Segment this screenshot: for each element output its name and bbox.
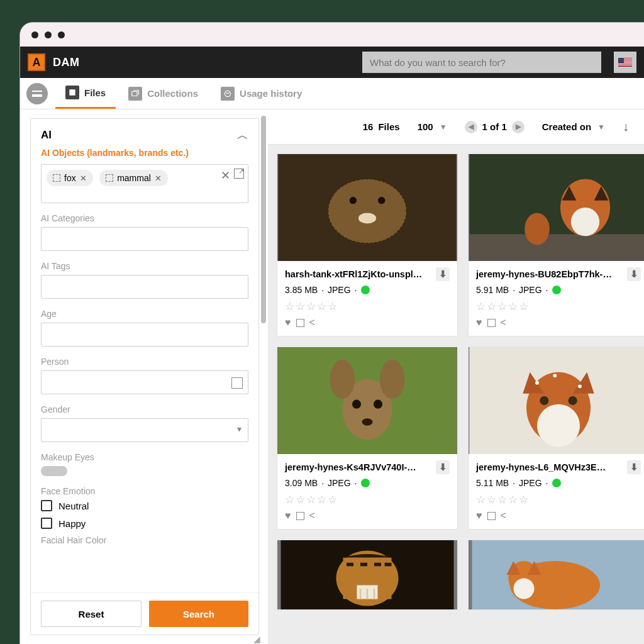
- share-button[interactable]: <: [309, 317, 315, 328]
- select-button[interactable]: [296, 319, 304, 327]
- svg-point-20: [362, 418, 373, 425]
- file-thumbnail: [277, 540, 457, 609]
- download-button[interactable]: ⬇: [627, 267, 641, 281]
- menu-button[interactable]: [26, 83, 48, 104]
- svg-point-28: [535, 381, 539, 385]
- file-name: harsh-tank-xtFRl1ZjKto-unspl…: [285, 269, 422, 279]
- download-button[interactable]: ⬇: [436, 460, 450, 474]
- svg-point-5: [378, 197, 385, 204]
- rating-stars[interactable]: ☆☆☆☆☆: [476, 493, 641, 506]
- rating-stars[interactable]: ☆☆☆☆☆: [476, 300, 641, 313]
- favorite-button[interactable]: ♥: [476, 510, 482, 521]
- checkbox-icon: [41, 518, 52, 529]
- tab-collections[interactable]: Collections: [118, 78, 208, 109]
- global-search-input[interactable]: [362, 52, 601, 73]
- expand-icon[interactable]: [234, 169, 244, 179]
- next-page-button[interactable]: ▶: [512, 121, 525, 133]
- filter-chip-fox[interactable]: fox ✕: [47, 170, 93, 186]
- window-dot[interactable]: [58, 31, 65, 38]
- file-thumbnail: [469, 347, 644, 454]
- image-icon: [65, 86, 79, 99]
- file-thumbnail: [277, 154, 457, 261]
- status-dot-icon: [552, 286, 561, 294]
- prev-page-button[interactable]: ◀: [465, 121, 477, 133]
- makeup-eyes-toggle[interactable]: [41, 466, 67, 476]
- select-button[interactable]: [487, 319, 496, 327]
- field-label: Age: [41, 309, 248, 319]
- select-button[interactable]: [487, 512, 496, 520]
- download-button[interactable]: ⬇: [436, 267, 450, 281]
- svg-point-30: [553, 374, 557, 378]
- share-button[interactable]: <: [309, 510, 315, 521]
- rating-stars[interactable]: ☆☆☆☆☆: [285, 300, 450, 313]
- select-button[interactable]: [296, 512, 304, 520]
- tab-usage-history[interactable]: Usage history: [211, 78, 312, 109]
- file-name: jeremy-hynes-BU82EbpT7hk-…: [476, 269, 612, 279]
- tab-files[interactable]: Files: [55, 78, 116, 109]
- svg-point-26: [540, 396, 548, 405]
- object-icon: [106, 174, 113, 182]
- ai-categories-input[interactable]: [41, 227, 248, 251]
- file-type: JPEG: [519, 478, 542, 488]
- file-card[interactable]: harsh-tank-xtFRl1ZjKto-unspl… ⬇ 3.85 MB …: [277, 153, 458, 336]
- window-titlebar: [20, 23, 644, 47]
- nav-tabs: Files Collections Usage history: [20, 78, 644, 109]
- filter-panel-title: AI: [41, 129, 52, 142]
- remove-chip-icon[interactable]: ✕: [155, 174, 162, 183]
- share-button[interactable]: <: [501, 317, 506, 328]
- language-selector[interactable]: [614, 52, 636, 73]
- svg-point-18: [352, 400, 361, 409]
- svg-point-10: [571, 208, 599, 236]
- file-name: jeremy-hynes-L6_MQVHz3E…: [476, 462, 606, 472]
- app-title: DAM: [53, 56, 80, 69]
- search-button[interactable]: Search: [149, 601, 248, 627]
- sort-selector[interactable]: Created on ▼: [542, 121, 605, 132]
- file-card[interactable]: jeremy-hynes-Ks4RJVv740I-… ⬇ 3.09 MB · J…: [277, 347, 458, 530]
- object-icon: [53, 174, 60, 182]
- file-card[interactable]: jeremy-hynes-BU82EbpT7hk-… ⬇ 5.91 MB · J…: [468, 153, 644, 336]
- favorite-button[interactable]: ♥: [285, 317, 291, 328]
- collapse-panel-button[interactable]: ︿: [237, 128, 248, 143]
- field-label: Gender: [41, 404, 248, 414]
- field-label: Face Emotion: [41, 486, 248, 496]
- file-card[interactable]: jeremy-hynes-L6_MQVHz3E… ⬇ 5.11 MB · JPE…: [468, 347, 644, 530]
- gender-select[interactable]: [41, 418, 248, 442]
- ai-tags-input[interactable]: [41, 275, 248, 299]
- result-count-label: Files: [378, 121, 399, 132]
- tab-label: Collections: [147, 88, 198, 99]
- sort-label: Created on: [542, 121, 591, 132]
- page-size-value: 100: [418, 121, 433, 132]
- reset-button[interactable]: Reset: [41, 601, 142, 627]
- filter-section-title: AI Objects (landmarks, brands etc.): [31, 148, 258, 164]
- share-button[interactable]: <: [501, 510, 506, 521]
- person-input[interactable]: [41, 370, 248, 394]
- status-dot-icon: [361, 286, 370, 294]
- sort-direction-button[interactable]: ↓: [623, 119, 629, 134]
- remove-chip-icon[interactable]: ✕: [80, 174, 87, 183]
- checkbox-icon: [41, 500, 52, 511]
- filter-chip-mammal[interactable]: mammal ✕: [99, 170, 168, 186]
- emotion-happy-checkbox[interactable]: Happy: [41, 518, 248, 529]
- ai-objects-input[interactable]: ✕ fox ✕ mammal ✕: [41, 164, 248, 203]
- chip-label: mammal: [117, 173, 151, 183]
- scrollbar-thumb[interactable]: [261, 116, 266, 323]
- clear-all-icon[interactable]: ✕: [221, 169, 230, 182]
- window-dot[interactable]: [31, 31, 38, 38]
- download-button[interactable]: ⬇: [627, 460, 641, 474]
- sidebar-scrollbar[interactable]: [259, 109, 268, 644]
- age-input[interactable]: [41, 323, 248, 347]
- svg-rect-8: [469, 235, 644, 262]
- favorite-button[interactable]: ♥: [285, 510, 291, 521]
- svg-point-13: [525, 213, 550, 245]
- page-size-selector[interactable]: 100 ▼: [418, 121, 447, 132]
- file-card[interactable]: [468, 540, 644, 610]
- window-dot[interactable]: [45, 31, 52, 38]
- rating-stars[interactable]: ☆☆☆☆☆: [285, 493, 450, 506]
- emotion-neutral-checkbox[interactable]: Neutral: [41, 500, 248, 511]
- field-label: Person: [41, 357, 248, 367]
- svg-point-27: [569, 396, 577, 405]
- file-thumbnail: [469, 154, 644, 261]
- file-card[interactable]: [277, 540, 458, 610]
- favorite-button[interactable]: ♥: [476, 317, 482, 328]
- file-name: jeremy-hynes-Ks4RJVv740I-…: [285, 462, 416, 472]
